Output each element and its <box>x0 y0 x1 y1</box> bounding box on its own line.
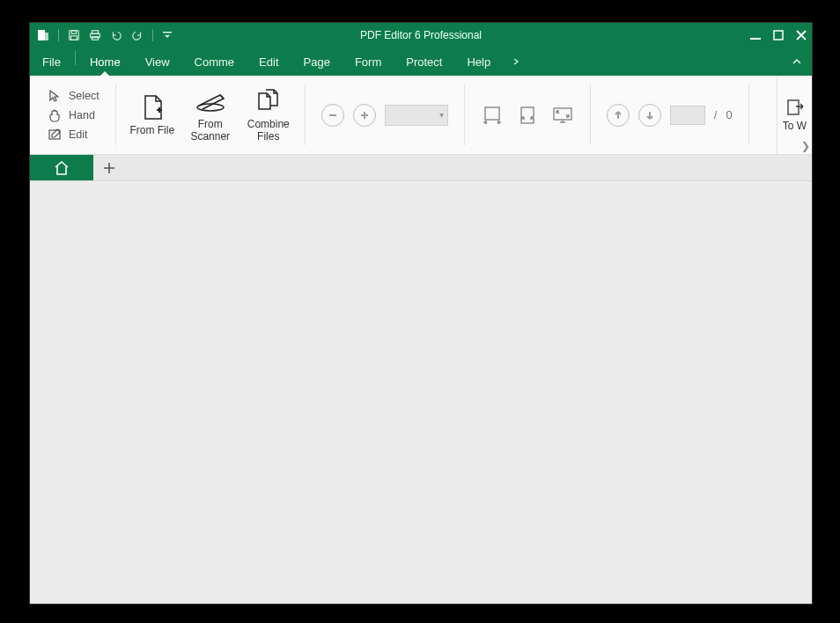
hand-tool[interactable]: Hand <box>48 108 99 122</box>
home-tab[interactable] <box>30 155 93 180</box>
save-icon[interactable] <box>68 29 80 41</box>
close-button[interactable] <box>794 28 808 42</box>
svg-rect-1 <box>42 33 48 40</box>
svg-rect-10 <box>774 31 783 40</box>
menu-comment[interactable]: Comme <box>182 50 247 76</box>
menu-bar: File Home View Comme Edit Page Form Prot… <box>30 48 812 76</box>
app-icon <box>37 29 49 41</box>
menu-overflow-icon[interactable] <box>503 50 529 76</box>
qat-separator <box>58 29 59 41</box>
ribbon-separator <box>748 84 749 145</box>
svg-rect-8 <box>163 32 172 33</box>
menu-edit[interactable]: Edit <box>247 50 291 76</box>
zoom-out-button[interactable] <box>321 104 344 127</box>
collapse-ribbon-icon[interactable] <box>791 55 803 70</box>
combine-files-button[interactable]: Combine Files <box>239 82 298 149</box>
file-plus-icon <box>140 93 165 121</box>
svg-rect-4 <box>71 36 77 40</box>
svg-rect-3 <box>71 31 76 34</box>
from-file-label: From File <box>129 125 174 137</box>
menu-file[interactable]: File <box>30 50 73 76</box>
edit-tool-label: Edit <box>69 128 88 141</box>
svg-rect-14 <box>521 107 534 123</box>
minimize-button[interactable] <box>748 28 763 42</box>
svg-rect-7 <box>92 37 99 40</box>
menu-view[interactable]: View <box>133 50 182 76</box>
prev-page-button[interactable] <box>607 104 630 127</box>
svg-rect-15 <box>554 108 571 120</box>
menu-form[interactable]: Form <box>343 50 394 76</box>
from-scanner-button[interactable]: From Scanner <box>181 82 239 149</box>
undo-icon[interactable] <box>110 29 122 41</box>
svg-rect-16 <box>788 100 799 114</box>
combine-files-icon <box>255 87 282 115</box>
menu-separator <box>75 51 76 65</box>
ribbon-separator <box>305 84 306 145</box>
select-tool-label: Select <box>69 90 99 102</box>
document-work-area <box>30 181 812 604</box>
fit-width-button[interactable] <box>481 104 504 127</box>
plus-icon <box>103 162 115 174</box>
hand-tool-label: Hand <box>69 109 95 121</box>
ribbon-separator <box>464 84 465 145</box>
from-scanner-label: From Scanner <box>190 119 230 143</box>
home-icon <box>53 159 70 177</box>
zoom-in-button[interactable] <box>353 104 376 127</box>
page-number-input[interactable] <box>670 106 705 125</box>
app-window: PDF Editor 6 Professional File Home View… <box>30 23 812 604</box>
new-tab-button[interactable] <box>93 155 125 180</box>
print-icon[interactable] <box>89 29 101 41</box>
fit-page-button[interactable] <box>516 104 539 127</box>
select-tool[interactable]: Select <box>48 89 99 103</box>
menu-protect[interactable]: Protect <box>394 50 454 76</box>
ribbon: Select Hand Edit From File <box>30 76 812 155</box>
redo-icon[interactable] <box>131 29 144 41</box>
to-word-label: To W <box>783 120 807 132</box>
ribbon-separator <box>590 84 591 145</box>
ribbon-separator <box>115 84 116 145</box>
menu-help[interactable]: Help <box>454 50 503 76</box>
export-icon <box>785 98 805 120</box>
page-total-separator: / <box>714 108 718 121</box>
svg-rect-9 <box>750 38 761 40</box>
menu-home[interactable]: Home <box>77 50 133 76</box>
scanner-icon <box>195 87 225 115</box>
maximize-button[interactable] <box>771 28 785 42</box>
page-total: 0 <box>726 108 732 121</box>
qat-separator <box>152 29 153 41</box>
document-tab-strip <box>30 155 812 181</box>
ribbon-scroll-right-icon[interactable]: ❯ <box>801 140 810 152</box>
menu-page[interactable]: Page <box>291 50 343 76</box>
dropdown-chevron-icon: ▾ <box>439 110 444 120</box>
svg-rect-13 <box>485 107 499 120</box>
title-bar: PDF Editor 6 Professional <box>30 23 812 48</box>
from-file-button[interactable]: From File <box>123 88 181 143</box>
edit-tool[interactable]: Edit <box>48 128 99 142</box>
next-page-button[interactable] <box>638 104 661 127</box>
fit-screen-button[interactable] <box>551 104 574 127</box>
zoom-level-dropdown[interactable]: ▾ <box>385 105 448 126</box>
combine-files-label: Combine Files <box>247 119 290 143</box>
qat-customize-icon[interactable] <box>162 30 173 40</box>
